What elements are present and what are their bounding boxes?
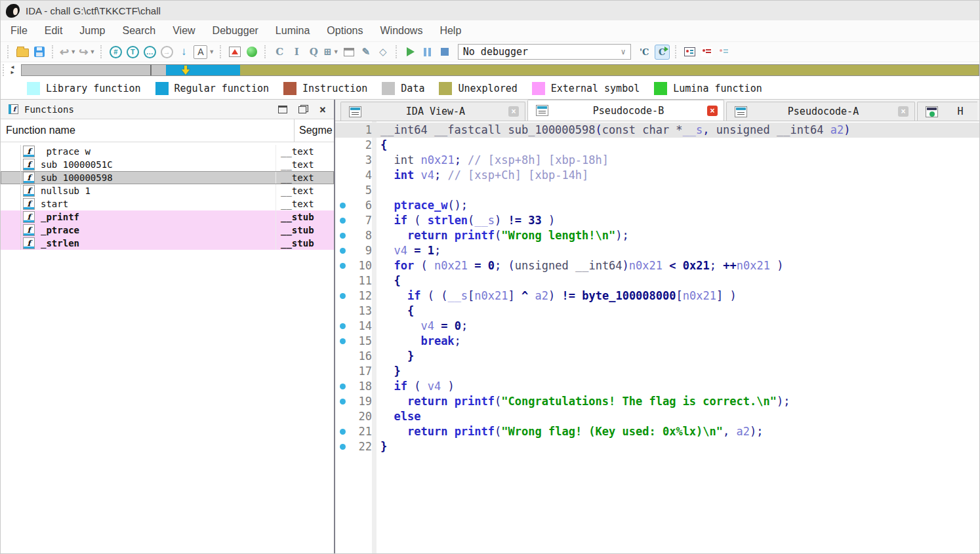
code-line[interactable]: 1__int64 __fastcall sub_100000598(const … <box>335 123 979 138</box>
text-search-button[interactable]: T <box>125 44 140 60</box>
breakpoint-dot[interactable] <box>340 429 346 435</box>
maximize-button[interactable] <box>278 106 287 113</box>
tab-pseudocode-a[interactable]: Pseudocode-A× <box>726 102 915 121</box>
code-line[interactable]: 2{ <box>335 138 979 153</box>
function-row[interactable]: fsub_10000051C__text <box>1 158 334 171</box>
function-row[interactable]: f_ptrace__stub <box>1 224 334 237</box>
code-line[interactable]: 13 { <box>335 304 979 319</box>
save-file-button[interactable] <box>32 44 47 60</box>
breakpoint-dot[interactable] <box>340 399 346 405</box>
menu-options[interactable]: Options <box>318 25 371 37</box>
menu-file[interactable]: File <box>2 25 36 37</box>
breakpoint-dot[interactable] <box>340 203 346 208</box>
code-line[interactable]: 3 int n0x21; // [xsp+8h] [xbp-18h] <box>335 153 979 168</box>
code-line[interactable]: 15 break; <box>335 334 979 349</box>
pseudocode-view[interactable]: 1__int64 __fastcall sub_100000598(const … <box>335 121 979 553</box>
menu-view[interactable]: View <box>164 25 203 37</box>
recent-list-button[interactable] <box>683 44 697 60</box>
breakpoint-dot[interactable] <box>340 323 346 329</box>
breakpoint-dot[interactable] <box>340 293 346 299</box>
function-row[interactable]: fsub_100000598__text <box>1 171 334 184</box>
navband-right-button[interactable]: ► <box>8 70 17 75</box>
code-line[interactable]: 11 { <box>335 273 979 288</box>
navband-handle[interactable] <box>3 64 5 76</box>
code-line[interactable]: 20 else <box>335 409 979 424</box>
debugger-select[interactable]: No debugger∨ <box>458 44 631 60</box>
breakpoint-dot[interactable] <box>340 233 346 239</box>
grid-add-button[interactable]: ⊞▼ <box>323 44 339 60</box>
tab-h[interactable]: H <box>917 102 977 121</box>
open-file-button[interactable] <box>15 44 30 60</box>
menu-jump[interactable]: Jump <box>71 25 113 37</box>
code-line[interactable]: 14 v4 = 0; <box>335 319 979 334</box>
tab-close-button[interactable]: × <box>898 106 909 117</box>
tab-close-button[interactable]: × <box>508 106 519 117</box>
jump-back-button[interactable]: ↩▼ <box>60 44 76 60</box>
menu-help[interactable]: Help <box>431 25 470 37</box>
toolbar-handle[interactable] <box>220 45 222 58</box>
column-header-function-name[interactable]: Function name <box>1 119 295 142</box>
code-line[interactable]: 4 int v4; // [xsp+Ch] [xbp-14h] <box>335 168 979 183</box>
close-button[interactable]: × <box>319 105 326 114</box>
code-line[interactable]: 21 return printf("Wrong flag! (Key used:… <box>335 424 979 439</box>
code-line[interactable]: 16 } <box>335 349 979 364</box>
code-line[interactable]: 7 if ( strlen(__s) != 33 ) <box>335 213 979 228</box>
jump-down-button[interactable]: ↓ <box>176 44 191 60</box>
function-row[interactable]: fstart__text <box>1 197 334 210</box>
column-header-segment[interactable]: Segme <box>295 125 333 136</box>
breakpoint-dot[interactable] <box>340 263 346 269</box>
menu-edit[interactable]: Edit <box>36 25 71 37</box>
breakpoint-window-button[interactable] <box>228 44 242 60</box>
breakpoint-dot[interactable] <box>340 384 346 389</box>
edit-button[interactable]: ✎ <box>359 44 373 60</box>
tab-ida-view-a[interactable]: IDA View-A× <box>340 102 525 121</box>
function-row[interactable]: f_strlen__stub <box>1 237 334 250</box>
script-add-button[interactable] <box>700 44 714 60</box>
window-view-button[interactable] <box>342 44 356 60</box>
menu-debugger[interactable]: Debugger <box>204 25 267 37</box>
lumina-button[interactable] <box>245 44 259 60</box>
menu-search[interactable]: Search <box>113 25 164 37</box>
quick-debug-view-button[interactable]: ꞌC <box>637 45 652 60</box>
code-line[interactable]: 9 v4 = 1; <box>335 243 979 258</box>
breakpoint-dot[interactable] <box>340 248 346 254</box>
toolbar-handle[interactable] <box>396 45 398 58</box>
toolbar-handle[interactable] <box>264 45 267 58</box>
toolbar-handle[interactable] <box>7 45 10 58</box>
jump-forward-button[interactable]: ↪▼ <box>79 44 95 60</box>
toolbar-handle[interactable] <box>675 45 678 58</box>
tab-close-button[interactable]: × <box>707 106 718 116</box>
breakpoint-dot[interactable] <box>340 444 346 450</box>
breakpoint-dot[interactable] <box>340 218 346 224</box>
menu-windows[interactable]: Windows <box>371 25 431 37</box>
code-line[interactable]: 6 ptrace_w(); <box>335 198 979 213</box>
count-occurrences-button[interactable]: # <box>108 44 123 60</box>
code-line[interactable]: 8 return printf("Wrong length!\n"); <box>335 228 979 243</box>
produce-c-file-button[interactable]: C <box>655 45 670 60</box>
jump-address-button[interactable]: → <box>159 44 174 60</box>
code-line[interactable]: 22} <box>335 439 979 454</box>
menu-lumina[interactable]: Lumina <box>267 25 318 37</box>
navigation-band[interactable] <box>21 64 979 76</box>
toolbar-handle[interactable] <box>100 45 103 58</box>
sequence-search-button[interactable]: … <box>142 44 157 60</box>
union-q-button[interactable]: Q <box>306 44 321 60</box>
code-line[interactable]: 12 if ( (__s[n0x21] ^ a2) != byte_100008… <box>335 288 979 304</box>
code-line[interactable]: 17 } <box>335 364 979 379</box>
struct-c-button[interactable]: C <box>272 44 287 60</box>
code-line[interactable]: 5 <box>335 183 979 198</box>
toolbar-handle[interactable] <box>52 45 54 58</box>
breakpoint-dot[interactable] <box>340 338 346 344</box>
code-line[interactable]: 10 for ( n0x21 = 0; (unsigned __int64)n0… <box>335 258 979 273</box>
restore-button[interactable] <box>298 105 308 113</box>
stop-process-button[interactable] <box>438 44 452 60</box>
font-style-button[interactable]: A▼ <box>194 44 214 60</box>
function-row[interactable]: f_ptrace_w__text <box>1 145 334 158</box>
function-row[interactable]: f_printf__stub <box>1 210 334 224</box>
start-process-button[interactable] <box>403 44 418 60</box>
function-row[interactable]: fnullsub_1__text <box>1 184 334 197</box>
code-line[interactable]: 18 if ( v4 ) <box>335 379 979 394</box>
tab-pseudocode-b[interactable]: Pseudocode-B× <box>527 100 724 121</box>
diamond-button[interactable]: ◇ <box>376 44 390 60</box>
pause-process-button[interactable] <box>420 44 435 60</box>
